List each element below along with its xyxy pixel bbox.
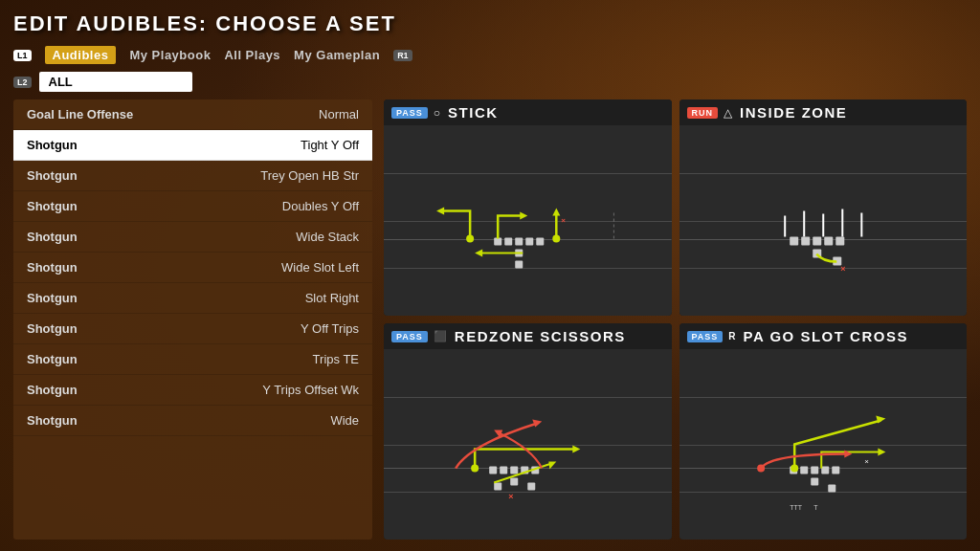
tab-audibles[interactable]: Audibles [45,46,117,64]
play-card-pa-go-slot-cross-header: PASS R PA GO SLOT CROSS [679,323,968,349]
play-name-redzone-scissors: REDZONE SCISSORS [455,328,626,344]
svg-marker-55 [878,449,885,456]
svg-marker-8 [436,207,444,214]
scissors-button-icon: ⬛ [434,330,447,342]
svg-point-57 [757,465,765,473]
play-diagram-inside-zone: × [679,125,968,316]
formation-item-shotgun-wide-stack[interactable]: Shotgun Wide Stack [13,222,372,253]
play-cards-grid: PASS ○ STICK [384,99,967,540]
formation-item-shotgun-y-trips-offset[interactable]: Shotgun Y Trips Offset Wk [13,375,372,406]
svg-rect-48 [811,467,818,474]
formation-item-shotgun-slot-right[interactable]: Shotgun Slot Right [13,283,372,314]
play-type-badge-pass-scissors: PASS [391,331,428,342]
svg-rect-38 [527,483,535,491]
formation-item-shotgun-tight[interactable]: Shotgun Tight Y Off [13,130,372,161]
svg-text:×: × [561,217,566,226]
formation-item-shotgun-wide-slot-left[interactable]: Shotgun Wide Slot Left [13,253,372,283]
formation-item-shotgun-trey[interactable]: Shotgun Trey Open HB Str [13,161,372,191]
play-field-stick: × [384,125,672,316]
svg-marker-40 [572,446,580,453]
svg-rect-4 [525,238,533,246]
svg-rect-49 [821,467,829,474]
svg-rect-18 [801,237,810,246]
play-card-stick-header: PASS ○ STICK [384,99,672,125]
svg-point-54 [791,465,798,473]
svg-marker-11 [552,208,560,215]
svg-marker-15 [475,250,482,257]
play-type-badge-pass-pa-go: PASS [687,331,724,342]
svg-rect-50 [832,467,839,474]
formation-list: Goal Line Offense Normal Shotgun Tight Y… [13,99,372,540]
svg-point-41 [471,465,479,473]
svg-text:×: × [508,492,513,501]
formation-item-shotgun-doubles[interactable]: Shotgun Doubles Y Off [13,191,372,222]
play-name-pa-go-slot-cross: PA GO SLOT CROSS [744,328,908,344]
play-field-pa-go-slot-cross: × TTT T [679,349,968,540]
svg-rect-36 [510,478,518,486]
svg-point-12 [552,235,560,243]
svg-rect-33 [510,467,518,474]
play-card-redzone-scissors[interactable]: PASS ⬛ REDZONE SCISSORS [384,323,672,540]
svg-marker-10 [520,211,527,219]
content-area: Goal Line Offense Normal Shotgun Tight Y… [13,99,967,540]
svg-rect-32 [500,467,507,474]
inside-zone-button-icon: △ [724,106,732,120]
l1-badge: L1 [13,50,32,61]
play-name-inside-zone: INSIDE ZONE [740,104,847,121]
play-name-stick: STICK [448,104,499,121]
svg-rect-31 [489,467,497,474]
svg-rect-21 [835,237,844,246]
svg-rect-2 [504,238,512,246]
svg-rect-5 [536,238,544,246]
play-card-redzone-scissors-header: PASS ⬛ REDZONE SCISSORS [384,323,672,349]
play-field-inside-zone: × [679,125,968,316]
svg-rect-17 [790,237,798,246]
svg-rect-1 [494,238,501,246]
tab-all-plays[interactable]: All Plays [224,48,280,62]
svg-rect-51 [811,478,818,486]
tab-my-playbook[interactable]: My Playbook [129,48,211,62]
svg-rect-20 [824,237,833,246]
formation-item-shotgun-y-off-trips[interactable]: Shotgun Y Off Trips [13,314,372,344]
formation-item-goal-line[interactable]: Goal Line Offense Normal [13,99,372,130]
play-card-inside-zone-header: RUN △ INSIDE ZONE [679,99,968,125]
filter-row: L2 ALL [13,72,967,92]
play-type-badge-pass-stick: PASS [391,107,428,119]
tab-my-gameplan[interactable]: My Gameplan [294,48,380,62]
play-field-redzone-scissors: × [384,349,672,540]
svg-rect-52 [828,485,835,493]
play-type-badge-run: RUN [687,107,719,119]
l2-badge: L2 [13,77,32,88]
play-diagram-stick: × [384,125,672,316]
formation-item-shotgun-wide[interactable]: Shotgun Wide [13,406,372,436]
play-diagram-pa-go-slot-cross: × TTT T [679,349,968,540]
svg-text:T: T [813,504,818,511]
svg-rect-47 [800,467,808,474]
svg-text:TTT: TTT [790,504,803,511]
play-card-pa-go-slot-cross[interactable]: PASS R PA GO SLOT CROSS [679,323,968,540]
pa-go-button-icon: R [728,331,735,342]
svg-point-9 [466,235,474,243]
svg-rect-37 [494,483,501,491]
svg-rect-3 [515,238,523,246]
svg-rect-7 [515,261,523,269]
tabs-row: L1 Audibles My Playbook All Plays My Gam… [13,46,967,64]
page-title: EDIT AUDIBLES: CHOOSE A SET [13,11,967,36]
play-card-inside-zone[interactable]: RUN △ INSIDE ZONE [679,99,968,316]
svg-text:×: × [840,264,845,274]
svg-text:×: × [864,457,869,466]
svg-rect-19 [813,237,821,246]
play-diagram-redzone-scissors: × [384,349,672,540]
filter-dropdown[interactable]: ALL [39,72,192,92]
play-card-stick[interactable]: PASS ○ STICK [384,99,672,316]
formation-item-shotgun-trips-te[interactable]: Shotgun Trips TE [13,344,372,375]
stick-button-icon: ○ [434,106,440,120]
r1-badge: R1 [393,50,412,61]
